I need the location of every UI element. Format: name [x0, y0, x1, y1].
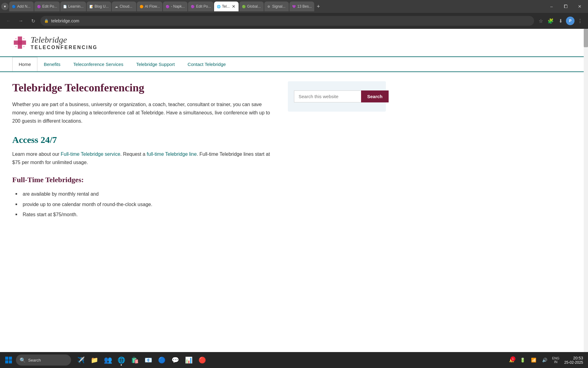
address-box[interactable]: 🔒 telebridge.com	[40, 16, 534, 26]
tab-favicon-learning: 📄	[63, 4, 67, 9]
intro-text: Whether you are part of a business, univ…	[12, 100, 276, 125]
access-text: Learn more about our Full-time Telebridg…	[12, 150, 276, 167]
tab-favicon-13best: 💜	[292, 4, 296, 9]
logo-tagline: TELECONFERENCING	[31, 45, 98, 50]
tab-label-edit-po2: Edit Po...	[196, 4, 211, 9]
tab-label-ai-flow: AI Flow...	[145, 4, 160, 9]
nav-link-contact[interactable]: Contact Telebridge	[181, 57, 232, 71]
close-button[interactable]: ✕	[573, 0, 587, 13]
security-icon: 🔒	[44, 19, 49, 23]
tab-cloud[interactable]: ☁ Cloud...	[112, 2, 136, 11]
nav-item-contact[interactable]: Contact Telebridge	[181, 57, 232, 71]
new-tab-button[interactable]: +	[315, 3, 322, 10]
reload-button[interactable]: ↻	[28, 16, 38, 26]
logo-name: Telebridge	[31, 35, 98, 45]
window-controls: – ⧠ ✕	[545, 0, 587, 13]
tab-favicon-signal: ⚙	[267, 4, 271, 9]
fulltime-line-link[interactable]: full-time Telebridge line	[147, 151, 197, 157]
logo-icon	[12, 35, 28, 50]
svg-point-4	[23, 38, 24, 39]
nav-link-benefits[interactable]: Benefits	[37, 57, 67, 71]
tab-favicon-tele: 🌐	[217, 4, 221, 9]
tab-learning[interactable]: 📄 Learnin...	[60, 2, 86, 11]
fulltime-heading: Full-Time Telebridges:	[12, 176, 276, 184]
tab-edit-po2[interactable]: 🟣 Edit Po...	[188, 2, 213, 11]
nav-list: Home Benefits Teleconference Services Te…	[0, 57, 588, 71]
bookmark-button[interactable]: ☆	[537, 17, 545, 25]
browser-chrome: ▾ 🔵 Add N... 🟣 Edit Po... 📄 Learnin... 📝…	[0, 0, 588, 29]
nav-item-services[interactable]: Teleconference Services	[67, 57, 130, 71]
nav-link-services[interactable]: Teleconference Services	[67, 57, 130, 71]
tab-13-best[interactable]: 💜 13 Bes...	[289, 2, 314, 11]
search-input[interactable]	[294, 90, 361, 102]
nav-item-home[interactable]: Home	[12, 57, 37, 71]
search-button[interactable]: Search	[361, 90, 389, 102]
fulltime-service-link[interactable]: Full-time Telebridge service	[61, 151, 120, 157]
nav-item-benefits[interactable]: Benefits	[37, 57, 67, 71]
list-item-3: Rates start at $75/month.	[15, 209, 276, 220]
list-item-1: are available by monthly rental and	[15, 189, 276, 199]
tab-favicon-blog-u: 📝	[89, 4, 93, 9]
tab-label-edit-po: Edit Po...	[42, 4, 57, 9]
sidebar: Search	[288, 81, 386, 226]
tab-label-napkin: - Napk...	[171, 4, 185, 9]
address-text: telebridge.com	[51, 18, 530, 23]
svg-point-2	[15, 38, 17, 39]
tab-label-13best: 13 Bes...	[297, 4, 312, 9]
tab-favicon-ai-flow: 🟠	[139, 4, 144, 9]
search-form: Search	[294, 90, 380, 102]
scrollbar-track[interactable]	[584, 29, 588, 262]
address-actions: ☆ 🧩 ⬇ P ⋮	[537, 17, 584, 25]
maximize-button[interactable]: ⧠	[559, 0, 573, 13]
page-title: Telebridge Teleconferencing	[12, 81, 276, 94]
tab-label-global: Global...	[247, 4, 261, 9]
search-widget: Search	[288, 81, 386, 112]
tab-label-signal: Signal...	[272, 4, 285, 9]
list-item-2: provide up to one calendar month of roun…	[15, 199, 276, 210]
tab-tele[interactable]: 🌐 Tel... ✕	[214, 2, 239, 11]
tab-label-add-n: Add N...	[17, 4, 30, 9]
access-text-middle: . Request a	[120, 151, 147, 157]
extensions-button[interactable]: 🧩	[546, 17, 555, 25]
tab-label-tele: Tel...	[222, 4, 230, 9]
minimize-button[interactable]: –	[545, 0, 559, 13]
tab-ai-flow[interactable]: 🟠 AI Flow...	[137, 2, 162, 11]
scrollbar-thumb[interactable]	[584, 29, 588, 47]
tab-label-blog-u: Blog U...	[95, 4, 109, 9]
tab-edit-po[interactable]: 🟣 Edit Po...	[34, 2, 60, 11]
tab-favicon-global: 🟢	[242, 4, 246, 9]
profile-icon[interactable]: P	[566, 17, 575, 25]
tab-favicon-add-n: 🔵	[12, 4, 16, 9]
content-area: Telebridge Teleconferencing Whether you …	[12, 81, 276, 226]
svg-point-7	[15, 46, 17, 47]
download-button[interactable]: ⬇	[556, 17, 565, 25]
logo-text-area: Telebridge TELECONFERENCING	[31, 35, 98, 50]
tab-napkin[interactable]: 🟣 - Napk...	[163, 2, 187, 11]
tab-favicon-napkin: 🟣	[165, 4, 170, 9]
svg-point-8	[19, 46, 21, 47]
back-button[interactable]: ←	[4, 16, 13, 26]
logo-area: Telebridge TELECONFERENCING	[12, 35, 576, 50]
svg-point-9	[23, 46, 24, 47]
tab-label-cloud: Cloud...	[120, 4, 132, 9]
tab-global[interactable]: 🟢 Global...	[239, 2, 264, 11]
forward-button[interactable]: →	[16, 16, 26, 26]
svg-point-6	[23, 42, 24, 43]
tab-add-n[interactable]: 🔵 Add N...	[9, 2, 34, 11]
nav-link-support[interactable]: Telebridge Support	[130, 57, 181, 71]
svg-point-5	[15, 42, 17, 43]
access-text-before: Learn more about our	[12, 151, 61, 157]
nav-link-home[interactable]: Home	[12, 57, 37, 71]
website: Telebridge TELECONFERENCING Home Benefit…	[0, 29, 588, 262]
tab-close-tele[interactable]: ✕	[231, 4, 236, 9]
tab-favicon-edit-po: 🟣	[37, 4, 41, 9]
menu-button[interactable]: ⋮	[576, 17, 584, 25]
tab-favicon-edit-po2: 🟣	[190, 4, 195, 9]
tab-blog-u[interactable]: 📝 Blog U...	[87, 2, 111, 11]
nav-item-support[interactable]: Telebridge Support	[130, 57, 181, 71]
tab-signal[interactable]: ⚙ Signal...	[264, 2, 289, 11]
tab-dropdown-btn[interactable]: ▾	[1, 3, 9, 10]
tab-bar: ▾ 🔵 Add N... 🟣 Edit Po... 📄 Learnin... 📝…	[0, 0, 588, 13]
site-header: Telebridge TELECONFERENCING	[0, 29, 588, 57]
tab-favicon-cloud: ☁	[114, 4, 119, 9]
